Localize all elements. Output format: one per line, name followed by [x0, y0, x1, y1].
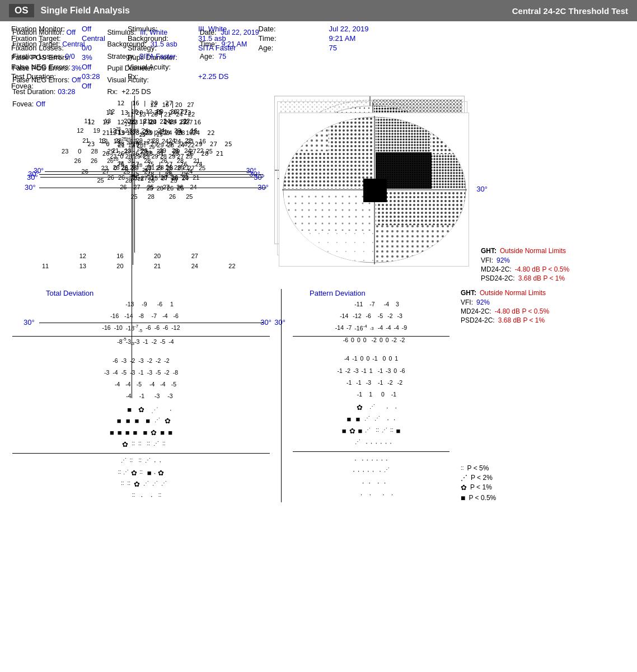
pd-r1: -11-7 -43: [293, 300, 449, 309]
ght-label: GHT:: [481, 247, 497, 255]
gs-wrapper: 30°: [279, 113, 472, 269]
pi-fm-val: Off: [66, 27, 75, 39]
date-val-p: Jul 22, 2019: [221, 27, 259, 39]
dev-r1: -13-9 -61: [12, 300, 270, 309]
time-p: Time: 9:21 AM: [200, 39, 259, 50]
td-r2: 111320 212422: [41, 129, 265, 135]
pd-axis-gap: [293, 347, 449, 354]
dev-r8: -4-1 -3-3: [12, 391, 270, 400]
td-r8: 2528 2625: [41, 194, 265, 200]
vfi-label: VFI:: [481, 256, 493, 264]
ght-value: Outside Normal Limits: [500, 247, 566, 255]
pi-fov-lbl: Fovea:: [12, 99, 34, 110]
pi-fov-val: Off: [36, 99, 45, 110]
pd-r2: -14-12-6 -5-2-3: [293, 311, 449, 320]
pi-tdur: Test Duration: 03:28: [12, 86, 85, 98]
leg-p1-sym: ✿: [461, 483, 467, 492]
strat-val: SITA Faster: [139, 53, 176, 60]
leg-p5-sym: ::: [461, 465, 464, 471]
strat-row: Strategy: SITA Faster: [107, 51, 177, 63]
stim-row: Stimulus: III, White: [107, 27, 177, 39]
leg-p2: ⋰ P < 2%: [461, 474, 584, 482]
pi-fneg-lbl: False NEG Errors:: [12, 74, 69, 86]
right-stats-legend: GHT: Outside Normal Limits VFI: 92% MD24…: [461, 289, 584, 502]
total-deviation: Total Deviation -13-9 -61 -16-14-8 -7-4-…: [12, 289, 270, 502]
pd-hline: [293, 336, 449, 337]
psd-stat: PSD24-2C: 3.68 dB P < 1%: [481, 274, 604, 282]
vfi-lbl-r: VFI:: [461, 298, 473, 306]
gs-svg: [279, 113, 469, 267]
stim-val: III, White: [140, 29, 167, 36]
ts-r5: ⋰ :: ::⋰ ··: [12, 456, 270, 468]
page-header-left: OS Single Field Analysis: [9, 4, 130, 17]
charts-row: 30° 30° 1216 2027 111320 212422 1219: [0, 113, 637, 282]
ght-val-r: Outside Normal Limits: [480, 289, 546, 297]
pd-symbols: ✿⋰ ·· ■■ ⋰⋰ ·· ■✿ ■ ⋰ :: ⋰ :: ■: [293, 402, 449, 500]
pd-nums: -11-7 -43 -14-12-6 -5-2-3 -14-7 -16-4 -3…: [293, 300, 449, 399]
pi-td-val: 03:28: [58, 86, 75, 98]
stats-col: GHT: Outside Normal Limits VFI: 92% MD24…: [481, 113, 604, 282]
leg-p2-lbl: P < 2%: [471, 474, 493, 482]
dev-r2: -16-14-8 -7-4-6: [12, 311, 270, 320]
vfi-val-r: 92%: [476, 298, 490, 306]
pi-fix-loss: Fixation Losses: 0/0: [12, 51, 85, 63]
right-stats: GHT: Outside Normal Limits VFI: 92% MD24…: [461, 289, 584, 324]
pi-fix-tgt: Fixation Target: Central: [12, 39, 85, 50]
ts-r4: ✿ :::: :: ⋰::: [12, 439, 270, 451]
age-p: Age: 75: [200, 51, 259, 63]
pd-r8: -11 0-1: [293, 390, 449, 399]
psd-lbl-r: PSD24-2C:: [461, 316, 495, 324]
pattern-deviation: Pattern Deviation -11-7 -43 -14-12-6 -5-…: [293, 289, 449, 501]
td-30-l: 30°: [25, 183, 36, 192]
pi-fl-lbl: Fixation Losses:: [12, 51, 63, 63]
leg-p1-lbl: P < 1%: [470, 483, 492, 491]
age-val-p: 75: [218, 51, 226, 63]
td-r5: 23 0 2829 2929 28292725: [41, 165, 265, 171]
pd-title: Pattern Deviation: [293, 289, 449, 297]
ps-r3: ■✿ ■ ⋰ :: ⋰ :: ■: [293, 426, 449, 437]
time-lbl-p: Time:: [200, 39, 217, 50]
ght-lbl-r: GHT:: [461, 289, 476, 297]
gs-30-label: 30°: [476, 185, 488, 193]
pi-fneg: False NEG Errors: Off: [12, 74, 85, 86]
td-symbols: ■ ✿ ⋰ · ■■■ ■⋰✿ ■■■■ ■✿■■ ✿ :::: ::: [12, 404, 270, 502]
page-header: OS Single Field Analysis Central 24-2C T…: [0, 0, 637, 21]
td-r4: 2113 25 28 29 29282422: [41, 148, 265, 154]
ps-r1: ✿⋰ ··: [293, 402, 449, 414]
leg-p1: ✿ P < 1%: [461, 483, 584, 492]
ts-dot1: ⋰: [151, 404, 158, 416]
page-col3: Date: Jul 22, 2019 Time: 9:21 AM Age: 75: [200, 27, 259, 110]
age-lbl-p: Age:: [200, 51, 214, 63]
vfi-value: 92%: [497, 256, 510, 264]
bg-row: Background: 31.5 asb: [107, 39, 177, 50]
td-r6: 2626 28 26 28 31 28262821: [41, 175, 265, 181]
time-val-p: 9:21 AM: [221, 39, 247, 50]
deviation-section: Total Deviation -13-9 -61 -16-14-8 -7-4-…: [0, 284, 637, 507]
dev-r4: -8 -5 -3 -3 -3-1-2-5-4: [12, 337, 270, 346]
ps-hline: [293, 451, 449, 452]
pi-fl-val: 0/0: [65, 51, 74, 63]
ts-r6: :: ⋰✿ :: ■ ·✿: [12, 468, 270, 479]
leg-p5-lbl: P < 5%: [467, 464, 489, 472]
leg-p05: ■ P < 0.5%: [461, 493, 584, 502]
leg-p5: :: P < 5%: [461, 464, 584, 472]
md-value: -4.80 dB P < 0.5%: [515, 265, 570, 273]
page-title: Single Field Analysis: [41, 6, 130, 16]
psd-right: PSD24-2C: 3.68 dB P < 1%: [461, 316, 584, 324]
ts-r8: :: · ·::: [12, 491, 270, 502]
legend-section: :: P < 5% ⋰ P < 2% ✿ P < 1% ■ P < 0.5%: [461, 464, 584, 502]
leg-p05-sym: ■: [461, 493, 465, 502]
ts-r7: :: ::✿ ⋰ ⋰⋰: [12, 479, 270, 491]
ght-stat: GHT: Outside Normal Limits: [481, 247, 604, 255]
dev-r5: -6 -3-2-3-2-2-2: [12, 356, 270, 365]
md-lbl-r: MD24-2C:: [461, 307, 491, 315]
ps-r7: ·· ··: [293, 477, 449, 489]
td-r3: 1219 25 12 25 23 24242316: [41, 138, 265, 144]
vfi-right: VFI: 92%: [461, 298, 584, 306]
td-hline: [12, 336, 270, 337]
td-nums: -13-9 -61 -16-14-8 -7-4-6 -16-10 -18-7-5…: [12, 300, 270, 401]
dev-r3: -16-10 -18-7-5 -6-6-6-12: [12, 323, 270, 334]
bg-val: 31.5 asb: [151, 40, 177, 48]
leg-p05-lbl: P < 0.5%: [469, 494, 496, 502]
pd-r5: -4 -10 0-1 001: [293, 354, 449, 363]
